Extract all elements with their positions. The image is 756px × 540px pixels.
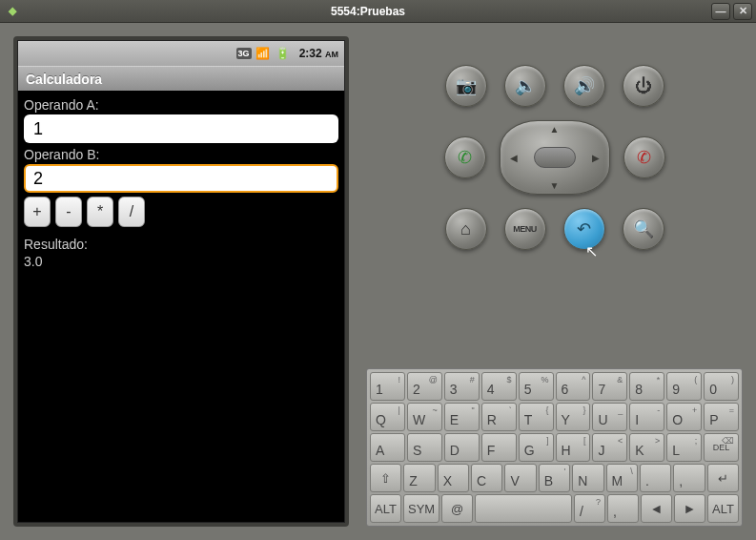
dpad-center[interactable] (534, 147, 576, 168)
volume-down-button[interactable]: 🔈 (504, 65, 546, 107)
key-delete[interactable]: DEL⌫ (704, 433, 739, 462)
key-i[interactable]: I- (629, 403, 664, 431)
key-c[interactable]: C (471, 464, 502, 492)
key-p[interactable]: P= (704, 403, 739, 431)
android-statusbar: 3G 📶 🔋 2:32 AM (18, 41, 344, 66)
key-6[interactable]: 6^ (556, 372, 591, 401)
operand-a-label: Operando A: (24, 97, 338, 113)
key-right[interactable]: ► (674, 494, 705, 523)
close-button[interactable]: ✕ (733, 3, 752, 20)
multiply-button[interactable]: * (87, 197, 113, 227)
app-icon: ◆ (4, 3, 21, 20)
key-o[interactable]: O+ (666, 403, 702, 431)
key-2[interactable]: 2@ (407, 372, 442, 401)
volume-up-icon: 🔊 (574, 75, 595, 96)
key-q[interactable]: Q| (370, 403, 405, 431)
dpad: ▲ ◀ ▶ ▼ (500, 120, 610, 195)
key-u[interactable]: U_ (592, 403, 627, 431)
search-icon: 🔍 (633, 218, 654, 239)
battery-icon: 🔋 (276, 47, 290, 60)
result-label: Resultado: (24, 237, 338, 252)
end-call-button[interactable]: ✆ (623, 136, 665, 178)
key-x[interactable]: X (438, 464, 469, 492)
minimize-button[interactable]: — (711, 3, 730, 20)
call-button[interactable]: ✆ (444, 136, 486, 178)
operand-b-input[interactable]: 2 (24, 164, 338, 193)
key-7[interactable]: 7& (592, 372, 627, 401)
home-icon: ⌂ (460, 219, 471, 239)
key-.[interactable]: . (640, 464, 671, 492)
key-b[interactable]: B' (539, 464, 570, 492)
dpad-left[interactable]: ◀ (510, 153, 518, 163)
menu-label: MENU (513, 224, 537, 234)
key-slash[interactable]: /? (574, 494, 605, 523)
dpad-right[interactable]: ▶ (592, 153, 600, 163)
key-3[interactable]: 3# (444, 372, 480, 401)
key-alt[interactable]: ALT (370, 494, 401, 523)
key-enter[interactable]: ↵ (707, 464, 739, 492)
volume-up-button[interactable]: 🔊 (563, 65, 605, 107)
status-time: 2:32 AM (299, 47, 338, 60)
key-alt-right[interactable]: ALT (707, 494, 739, 523)
key-f[interactable]: F (481, 433, 517, 462)
key-9[interactable]: 9( (666, 372, 702, 401)
key-z[interactable]: Z (403, 464, 435, 492)
key-a[interactable]: A (370, 433, 405, 462)
key-h[interactable]: H[ (556, 433, 591, 462)
key-g[interactable]: G] (519, 433, 554, 462)
power-button[interactable]: ⏻ (623, 65, 664, 107)
operand-b-label: Operando B: (24, 147, 338, 162)
hardware-controls: 📷 🔈 🔊 ⏻ ✆ ▲ ◀ ▶ ▼ ✆ ⌂ MENU ↶ (366, 36, 743, 260)
key-m[interactable]: M\ (606, 464, 638, 492)
key-k[interactable]: K> (629, 433, 664, 462)
operand-a-input[interactable]: 1 (24, 114, 338, 143)
key-y[interactable]: Y} (556, 403, 591, 431)
home-button[interactable]: ⌂ (445, 208, 487, 250)
camera-button[interactable]: 📷 (445, 65, 487, 107)
key-w[interactable]: W~ (407, 403, 442, 431)
result-value: 3.0 (24, 254, 338, 269)
power-icon: ⏻ (635, 76, 652, 96)
end-call-icon: ✆ (637, 147, 651, 168)
key-e[interactable]: E" (444, 403, 480, 431)
back-icon: ↶ (577, 218, 591, 239)
key-0[interactable]: 0) (704, 372, 739, 401)
search-button[interactable]: 🔍 (623, 208, 664, 250)
network-3g-icon: 3G (236, 48, 252, 59)
key-8[interactable]: 8* (629, 372, 664, 401)
add-button[interactable]: + (24, 197, 51, 227)
key-v[interactable]: V (504, 464, 536, 492)
menu-button[interactable]: MENU (504, 208, 546, 250)
key-space[interactable] (475, 494, 572, 523)
key-left[interactable]: ◄ (641, 494, 672, 523)
signal-icon: 📶 (255, 47, 270, 60)
app-title: Calculadora (18, 66, 344, 91)
key-4[interactable]: 4$ (481, 372, 517, 401)
key-at[interactable]: @ (441, 494, 473, 523)
device-screen: 3G 📶 🔋 2:32 AM Calculadora Operando A: 1… (13, 36, 349, 527)
divide-button[interactable]: / (118, 197, 145, 227)
key-comma[interactable]: , (607, 494, 639, 523)
volume-down-icon: 🔈 (515, 75, 536, 96)
key-j[interactable]: J< (592, 433, 627, 462)
key-1[interactable]: 1! (370, 372, 405, 401)
key-l[interactable]: L; (666, 433, 702, 462)
camera-icon: 📷 (456, 75, 477, 96)
hardware-keyboard: 1!2@3#4$5%6^7&8*9(0) Q|W~E"R`T{Y}U_I-O+P… (366, 368, 743, 527)
key-n[interactable]: N (572, 464, 603, 492)
dpad-down[interactable]: ▼ (550, 180, 560, 191)
key-t[interactable]: T{ (519, 403, 554, 431)
window-title: 5554:Pruebas (25, 5, 711, 18)
key-sym[interactable]: SYM (403, 494, 439, 523)
key-5[interactable]: 5% (519, 372, 554, 401)
key-s[interactable]: S (407, 433, 442, 462)
back-button[interactable]: ↶ (563, 208, 605, 250)
subtract-button[interactable]: - (55, 197, 82, 227)
key-r[interactable]: R` (481, 403, 517, 431)
key-shift[interactable]: ⇧ (370, 464, 401, 492)
dpad-up[interactable]: ▲ (550, 124, 560, 135)
call-icon: ✆ (458, 147, 472, 168)
key-d[interactable]: D (444, 433, 480, 462)
window-titlebar: ◆ 5554:Pruebas — ✕ (0, 0, 756, 23)
key-,[interactable]: , (673, 464, 705, 492)
